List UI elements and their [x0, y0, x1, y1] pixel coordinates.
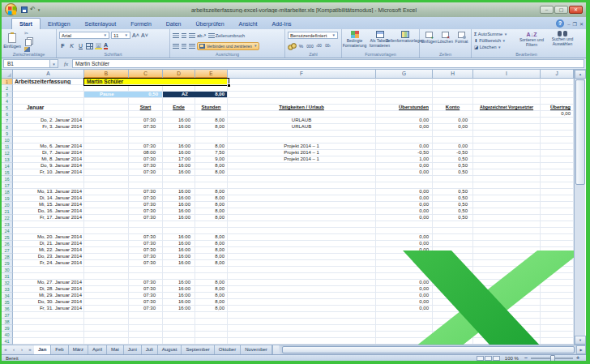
- grid-cell[interactable]: [228, 85, 376, 92]
- vertical-scroll-thumb[interactable]: [575, 79, 585, 185]
- align-top-icon[interactable]: [173, 32, 179, 38]
- workbook-close-icon[interactable]: ✕: [579, 21, 584, 27]
- row-header-16[interactable]: 16: [2, 176, 13, 182]
- cell-stunden[interactable]: 8,00: [195, 118, 228, 124]
- row-header-5[interactable]: 5: [2, 105, 13, 111]
- scroll-right-icon[interactable]: ▶: [576, 345, 586, 354]
- row-header-14[interactable]: 14: [2, 163, 13, 169]
- grid-cell[interactable]: [13, 182, 84, 189]
- grid-cell[interactable]: [129, 228, 163, 234]
- cell-ende[interactable]: 16:00: [163, 208, 195, 215]
- grid-cell[interactable]: [541, 169, 574, 176]
- grid-cell[interactable]: [228, 176, 376, 182]
- cell-taetigkeit[interactable]: [228, 254, 376, 260]
- sheet-tab-jan[interactable]: Jan: [34, 345, 51, 354]
- formula-input[interactable]: Martin Schüler: [72, 59, 584, 68]
- cell-start[interactable]: 07:30: [129, 215, 163, 221]
- cell-date[interactable]: Mo, 20. Januar 2014: [13, 234, 84, 241]
- grid-cell[interactable]: [84, 306, 129, 312]
- grid-cell[interactable]: [541, 312, 574, 319]
- cell-date[interactable]: Fr, 10. Januar 2014: [13, 169, 84, 176]
- paste-button[interactable]: Einfügen: [2, 30, 23, 52]
- row-header-35[interactable]: 35: [2, 299, 13, 306]
- cell-stunden[interactable]: 8,00: [195, 124, 228, 131]
- grid-cell[interactable]: [84, 208, 129, 215]
- row-header-6[interactable]: 6: [2, 111, 13, 118]
- maximize-button[interactable]: ▢: [554, 6, 568, 14]
- grid-cell[interactable]: [473, 202, 541, 208]
- cell-month[interactable]: Januar: [13, 105, 84, 111]
- column-header-H[interactable]: H: [433, 70, 473, 79]
- cell-ueberstunden[interactable]: 0,00: [376, 124, 433, 131]
- grid-cell[interactable]: [84, 169, 129, 176]
- grid-cell[interactable]: [433, 312, 473, 319]
- minimize-button[interactable]: –: [540, 6, 554, 14]
- column-header-J[interactable]: J: [541, 70, 574, 79]
- grid-cell[interactable]: [195, 338, 228, 345]
- grid-cell[interactable]: [84, 273, 129, 280]
- cell-date[interactable]: Mi, 15. Januar 2014: [13, 202, 84, 208]
- save-icon[interactable]: [21, 6, 28, 13]
- cell-ende[interactable]: 16:00: [163, 293, 195, 299]
- grid-cell[interactable]: [473, 124, 541, 131]
- grid-cell[interactable]: [433, 79, 473, 85]
- grid-cell[interactable]: [13, 228, 84, 234]
- page-break-view-icon[interactable]: [493, 356, 500, 361]
- zoom-slider-thumb[interactable]: [550, 355, 555, 361]
- cell-ueberstunden[interactable]: 0,00: [376, 241, 433, 247]
- align-right-icon[interactable]: [189, 43, 195, 49]
- grid-cell[interactable]: [84, 85, 129, 92]
- ribbon-tab-ansicht[interactable]: Ansicht: [232, 19, 265, 29]
- grid-cell[interactable]: [541, 118, 574, 124]
- cell-start[interactable]: 07:30: [129, 143, 163, 150]
- grid-cell[interactable]: [541, 306, 574, 312]
- cell-ende[interactable]: 16:00: [163, 286, 195, 293]
- row-header-26[interactable]: 26: [2, 241, 13, 247]
- grid-cell[interactable]: [473, 156, 541, 163]
- grid-cell[interactable]: [84, 105, 129, 111]
- grid-cell[interactable]: [473, 176, 541, 182]
- grid-cell[interactable]: [228, 92, 376, 98]
- cell-taetigkeit[interactable]: [228, 163, 376, 169]
- cell-ende[interactable]: 16:00: [163, 118, 195, 124]
- grid-cell[interactable]: [541, 234, 574, 241]
- sheet-tab-juni[interactable]: Juni: [124, 345, 142, 354]
- grid-cell[interactable]: [473, 215, 541, 221]
- grid-cell[interactable]: [129, 182, 163, 189]
- grid-cell[interactable]: [13, 221, 84, 228]
- underline-button[interactable]: U: [77, 42, 84, 50]
- grid-cell[interactable]: [541, 182, 574, 189]
- cell-ende[interactable]: 16:00: [163, 189, 195, 195]
- grid-cell[interactable]: [473, 319, 541, 325]
- row-header-36[interactable]: 36: [2, 306, 13, 312]
- grid-cell[interactable]: [13, 273, 84, 280]
- grid-cell[interactable]: [473, 273, 541, 280]
- ribbon-tab-formeln[interactable]: Formeln: [123, 19, 159, 29]
- cell-date[interactable]: Fr, 31. Januar 2014: [13, 306, 84, 312]
- grid-cell[interactable]: [13, 85, 84, 92]
- grid-cell[interactable]: [228, 111, 376, 118]
- grid-cell[interactable]: [163, 131, 195, 137]
- font-name-select[interactable]: Arial▼: [59, 32, 109, 39]
- grid-cell[interactable]: [541, 98, 574, 105]
- cell-start[interactable]: 07:30: [129, 254, 163, 260]
- cell-konto[interactable]: 0,50: [433, 208, 473, 215]
- cell-stunden[interactable]: 8,00: [195, 247, 228, 254]
- grid-cell[interactable]: [13, 137, 84, 143]
- row-header-18[interactable]: 18: [2, 189, 13, 195]
- horizontal-scrollbar[interactable]: ▶: [280, 345, 586, 354]
- grid-cell[interactable]: [376, 319, 433, 325]
- grid-cell[interactable]: [376, 131, 433, 137]
- cell-date[interactable]: Fr, 24. Januar 2014: [13, 260, 84, 267]
- sheet-nav-first-icon[interactable]: «: [2, 345, 10, 354]
- grid-cell[interactable]: [84, 221, 129, 228]
- grid-cell[interactable]: [195, 221, 228, 228]
- wrap-text-button[interactable]: Zeilenumbruch: [208, 32, 245, 38]
- header-abgezeichnet[interactable]: Abgezeichnet Vorgesetzter: [473, 105, 541, 111]
- grid-cell[interactable]: [84, 267, 129, 273]
- grid-cell[interactable]: [163, 267, 195, 273]
- grid-cell[interactable]: [541, 208, 574, 215]
- cell-date[interactable]: Mi, 8. Januar 2014: [13, 156, 84, 163]
- grid-cell[interactable]: [195, 85, 228, 92]
- grid-cell[interactable]: [433, 182, 473, 189]
